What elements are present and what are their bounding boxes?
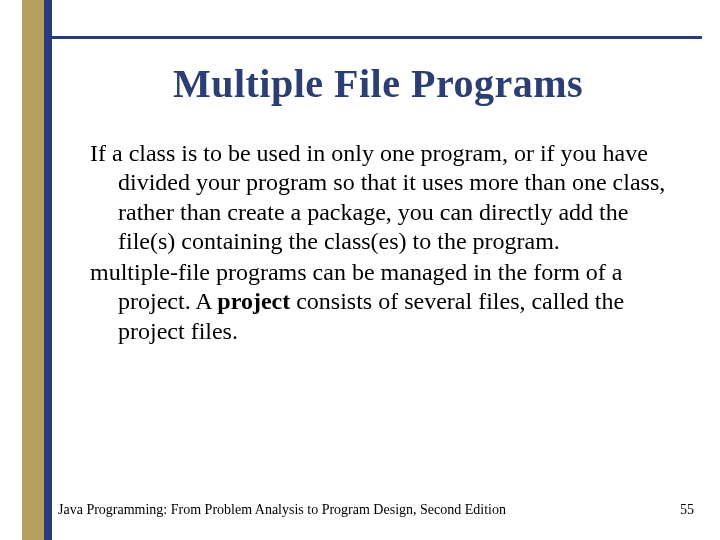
project-term: project [217,288,290,314]
top-rule [52,36,702,39]
accent-bar-blue [44,0,52,540]
slide-body: If a class is to be used in only one pro… [58,139,698,346]
footer-text: Java Programming: From Problem Analysis … [58,502,506,518]
paragraph-2: multiple-file programs can be managed in… [90,258,688,346]
accent-bar-gold [22,0,44,540]
slide-title: Multiple File Programs [58,60,698,107]
slide-footer: Java Programming: From Problem Analysis … [58,502,702,518]
paragraph-1: If a class is to be used in only one pro… [90,139,688,256]
page-number: 55 [680,502,702,518]
slide-content: Multiple File Programs If a class is to … [58,52,698,348]
